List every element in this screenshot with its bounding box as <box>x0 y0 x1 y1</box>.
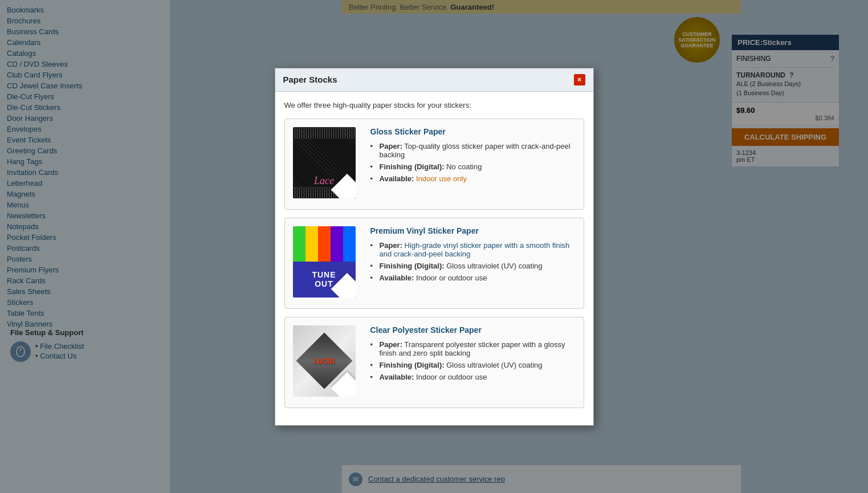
clear-stock-details: Paper: Transparent polyester sticker pap… <box>370 340 576 381</box>
modal-intro-text: We offer three high-quality paper stocks… <box>284 101 584 109</box>
vinyl-available-detail: Available: Indoor or outdoor use <box>370 274 576 282</box>
gloss-stock-image: Lace <box>293 127 361 201</box>
gloss-stock-card: Lace Gloss Sticker Paper Paper: Top-qual… <box>284 119 584 210</box>
gloss-paper-detail: Paper: Top-quality gloss sticker paper w… <box>370 142 576 159</box>
modal-header: Paper Stocks × <box>275 68 593 92</box>
clear-paper-detail: Paper: Transparent polyester sticker pap… <box>370 340 576 357</box>
vinyl-paper-detail: Paper: High-grade vinyl sticker paper wi… <box>370 241 576 258</box>
gloss-stock-details: Paper: Top-quality gloss sticker paper w… <box>370 142 576 183</box>
clear-finishing-detail: Finishing (Digital): Gloss ultraviolet (… <box>370 361 576 369</box>
modal-close-button[interactable]: × <box>574 74 585 85</box>
gloss-img: Lace <box>293 127 356 198</box>
vinyl-stock-card: TUNEOUT Premium Vinyl Sticker Paper Pape… <box>284 218 584 309</box>
clear-available-detail: Available: Indoor or outdoor use <box>370 373 576 381</box>
vinyl-finishing-detail: Finishing (Digital): Gloss ultraviolet (… <box>370 262 576 270</box>
vinyl-stock-name: Premium Vinyl Sticker Paper <box>370 226 576 235</box>
clear-img: LUCID <box>293 325 356 397</box>
gloss-available-detail: Available: Indoor use only <box>370 174 576 183</box>
vinyl-img: TUNEOUT <box>293 226 356 298</box>
clear-stock-card: LUCID Clear Polyester Sticker Paper Pape… <box>284 317 584 408</box>
vinyl-stock-info: Premium Vinyl Sticker Paper Paper: High-… <box>370 226 576 286</box>
gloss-stock-info: Gloss Sticker Paper Paper: Top-quality g… <box>370 127 576 186</box>
modal-body: We offer three high-quality paper stocks… <box>275 92 593 425</box>
modal-title: Paper Stocks <box>283 75 337 84</box>
clear-stock-info: Clear Polyester Sticker Paper Paper: Tra… <box>370 325 576 385</box>
modal-overlay[interactable]: Paper Stocks × We offer three high-quali… <box>0 0 868 493</box>
gloss-stock-name: Gloss Sticker Paper <box>370 127 576 136</box>
paper-stocks-modal: Paper Stocks × We offer three high-quali… <box>275 68 594 426</box>
vinyl-stock-image: TUNEOUT <box>293 226 361 300</box>
clear-stock-image: LUCID <box>293 325 361 400</box>
gloss-finishing-detail: Finishing (Digital): No coating <box>370 162 576 171</box>
vinyl-label: TUNEOUT <box>312 270 336 288</box>
clear-stock-name: Clear Polyester Sticker Paper <box>370 325 576 335</box>
vinyl-stock-details: Paper: High-grade vinyl sticker paper wi… <box>370 241 576 282</box>
